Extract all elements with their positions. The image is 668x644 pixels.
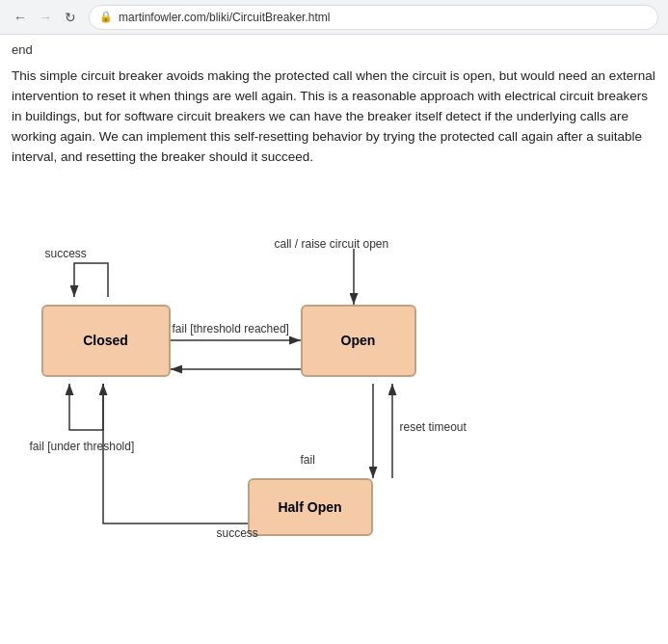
address-bar[interactable]: 🔒 martinfowler.com/bliki/CircuitBreaker.… (89, 5, 658, 30)
label-success-bottom: success (217, 526, 258, 540)
label-call-raise: call / raise circuit open (275, 237, 389, 251)
end-label: end (12, 42, 656, 57)
label-success-top: success (45, 247, 87, 260)
open-state: Open (301, 305, 416, 377)
nav-buttons: ← → ↻ (10, 7, 81, 28)
half-open-state: Half Open (248, 478, 373, 536)
label-reset-timeout: reset timeout (400, 420, 467, 434)
circuit-breaker-diagram: Closed Open Half Open success fail [thre… (16, 191, 653, 557)
lock-icon: 🔒 (99, 11, 113, 23)
closed-state: Closed (41, 305, 171, 377)
refresh-button[interactable]: ↻ (60, 7, 81, 28)
label-fail-under: fail [under threshold] (30, 440, 135, 453)
url-text: martinfowler.com/bliki/CircuitBreaker.ht… (119, 11, 330, 24)
browser-chrome: ← → ↻ 🔒 martinfowler.com/bliki/CircuitBr… (0, 0, 668, 35)
label-fail: fail (301, 453, 315, 467)
page-content: end This simple circuit breaker avoids m… (0, 35, 668, 577)
forward-button[interactable]: → (35, 7, 56, 28)
back-button[interactable]: ← (10, 7, 31, 28)
description-text: This simple circuit breaker avoids makin… (12, 67, 656, 168)
label-fail-threshold: fail [threshold reached] (173, 322, 289, 335)
